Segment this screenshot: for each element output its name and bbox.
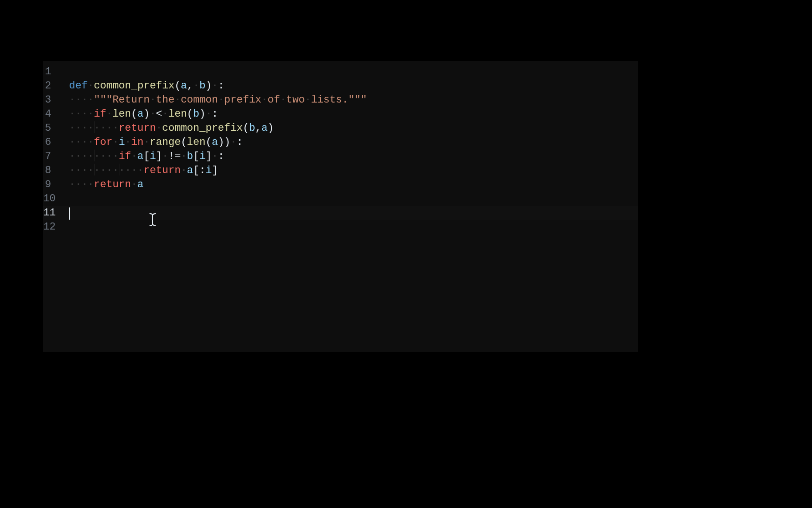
- line-content[interactable]: ····"""Return·the·common·prefix·of·two·l…: [69, 93, 638, 107]
- line-number: 2: [43, 79, 69, 93]
- line-number: 8: [43, 164, 69, 178]
- line-content[interactable]: ············return·a[:i]: [69, 164, 638, 178]
- code-editor[interactable]: 12def·common_prefix(a,·b)·:3····"""Retur…: [43, 61, 638, 352]
- line-number: 5: [43, 121, 69, 135]
- line-content[interactable]: [69, 206, 638, 220]
- line-number: 7: [43, 150, 69, 164]
- line-number: 9: [43, 178, 69, 192]
- line-content[interactable]: ········return·common_prefix(b,a): [69, 121, 638, 135]
- code-line[interactable]: 4····if·len(a)·<·len(b)·:: [43, 107, 638, 121]
- code-line[interactable]: 9····return·a: [43, 178, 638, 192]
- line-content[interactable]: ····for·i·in·range(len(a))·:: [69, 135, 638, 150]
- line-content[interactable]: def·common_prefix(a,·b)·:: [69, 79, 638, 93]
- line-number: 11: [43, 206, 69, 220]
- line-number: 12: [43, 220, 69, 234]
- code-line[interactable]: 3····"""Return·the·common·prefix·of·two·…: [43, 93, 638, 107]
- line-content[interactable]: ········if·a[i]·!=·b[i]·:: [69, 150, 638, 164]
- line-number: 6: [43, 135, 69, 150]
- line-number: 10: [43, 192, 69, 206]
- code-line[interactable]: 5········return·common_prefix(b,a): [43, 121, 638, 135]
- text-caret: [69, 207, 70, 220]
- line-content[interactable]: ····return·a: [69, 178, 638, 192]
- code-line[interactable]: 7········if·a[i]·!=·b[i]·:: [43, 150, 638, 164]
- code-line[interactable]: 8············return·a[:i]: [43, 164, 638, 178]
- line-number: 4: [43, 107, 69, 121]
- code-line[interactable]: 12: [43, 220, 638, 234]
- code-line[interactable]: 1: [43, 65, 638, 79]
- code-line[interactable]: 6····for·i·in·range(len(a))·:: [43, 135, 638, 150]
- line-content[interactable]: ····if·len(a)·<·len(b)·:: [69, 107, 638, 121]
- line-number: 3: [43, 93, 69, 107]
- code-line[interactable]: 11: [43, 206, 638, 220]
- code-area[interactable]: 12def·common_prefix(a,·b)·:3····"""Retur…: [43, 61, 638, 234]
- line-number: 1: [43, 65, 69, 79]
- code-line[interactable]: 10: [43, 192, 638, 206]
- code-line[interactable]: 2def·common_prefix(a,·b)·:: [43, 79, 638, 93]
